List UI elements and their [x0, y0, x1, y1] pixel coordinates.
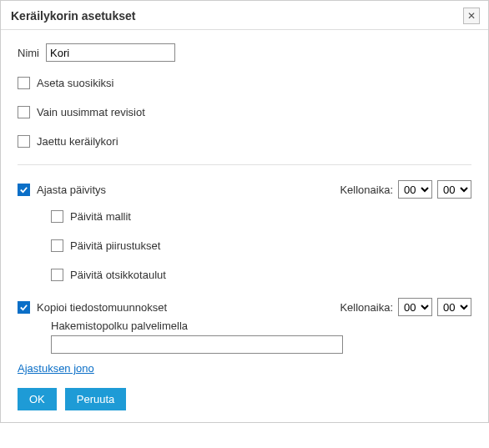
- latest-revisions-label: Vain uusimmat revisiot: [37, 106, 145, 118]
- update-templates-label: Päivitä mallit: [70, 210, 131, 223]
- update-templates-checkbox[interactable]: [51, 210, 63, 223]
- schedule-update-row: Ajasta päivitys Kellonaika: 00 00: [18, 180, 471, 199]
- schedule-update-label: Ajasta päivitys: [37, 184, 106, 196]
- time-label-1: Kellonaika:: [340, 184, 393, 196]
- ok-button[interactable]: OK: [18, 388, 57, 410]
- check-icon: [19, 303, 28, 312]
- copy-conversions-time: Kellonaika: 00 00: [340, 298, 471, 316]
- path-input-row: [18, 335, 471, 354]
- close-button[interactable]: ✕: [463, 8, 480, 24]
- schedule-update-left: Ajasta päivitys: [18, 184, 106, 196]
- shared-row: Jaettu keräilykori: [18, 135, 471, 148]
- latest-revisions-checkbox[interactable]: [18, 106, 30, 118]
- copy-hour-select[interactable]: 00: [398, 298, 432, 316]
- settings-dialog: Keräilykorin asetukset ✕ Nimi Aseta suos…: [0, 0, 489, 423]
- update-drawings-row: Päivitä piirustukset: [18, 239, 471, 252]
- cancel-button[interactable]: Peruuta: [65, 388, 127, 410]
- update-templates-row: Päivitä mallit: [18, 210, 471, 223]
- schedule-update-checkbox[interactable]: [18, 184, 30, 196]
- time-label-2: Kellonaika:: [340, 301, 393, 314]
- update-titleblocks-checkbox[interactable]: [51, 269, 63, 281]
- dialog-title: Keräilykorin asetukset: [11, 9, 135, 23]
- copy-conversions-row: Kopioi tiedostomuunnokset Kellonaika: 00…: [18, 298, 471, 316]
- name-label: Nimi: [18, 47, 46, 59]
- close-icon: ✕: [467, 10, 476, 22]
- favorite-row: Aseta suosikiksi: [18, 77, 471, 89]
- divider: [18, 164, 471, 165]
- button-row: OK Peruuta: [18, 388, 471, 410]
- copy-conversions-checkbox[interactable]: [18, 301, 30, 314]
- check-icon: [19, 185, 28, 194]
- favorite-checkbox[interactable]: [18, 77, 30, 89]
- name-row: Nimi: [18, 43, 471, 62]
- schedule-minute-select[interactable]: 00: [437, 180, 471, 199]
- shared-checkbox[interactable]: [18, 135, 30, 148]
- copy-conversions-label: Kopioi tiedostomuunnokset: [37, 301, 167, 314]
- copy-minute-select[interactable]: 00: [437, 298, 471, 316]
- update-titleblocks-row: Päivitä otsikkotaulut: [18, 269, 471, 281]
- name-input[interactable]: [46, 43, 175, 62]
- path-input[interactable]: [51, 335, 343, 354]
- path-label-row: Hakemistopolku palvelimella: [18, 320, 471, 332]
- update-drawings-label: Päivitä piirustukset: [70, 239, 160, 252]
- copy-conversions-left: Kopioi tiedostomuunnokset: [18, 301, 167, 314]
- schedule-hour-select[interactable]: 00: [398, 180, 432, 199]
- shared-label: Jaettu keräilykori: [37, 135, 118, 148]
- queue-link-row: Ajastuksen jono: [18, 362, 471, 375]
- path-label: Hakemistopolku palvelimella: [51, 320, 188, 332]
- update-titleblocks-label: Päivitä otsikkotaulut: [70, 269, 166, 281]
- latest-revisions-row: Vain uusimmat revisiot: [18, 106, 471, 118]
- update-drawings-checkbox[interactable]: [51, 239, 63, 252]
- queue-link[interactable]: Ajastuksen jono: [18, 362, 94, 375]
- dialog-content: Nimi Aseta suosikiksi Vain uusimmat revi…: [1, 30, 488, 422]
- titlebar: Keräilykorin asetukset ✕: [1, 1, 488, 30]
- favorite-label: Aseta suosikiksi: [37, 77, 113, 89]
- schedule-update-time: Kellonaika: 00 00: [340, 180, 471, 199]
